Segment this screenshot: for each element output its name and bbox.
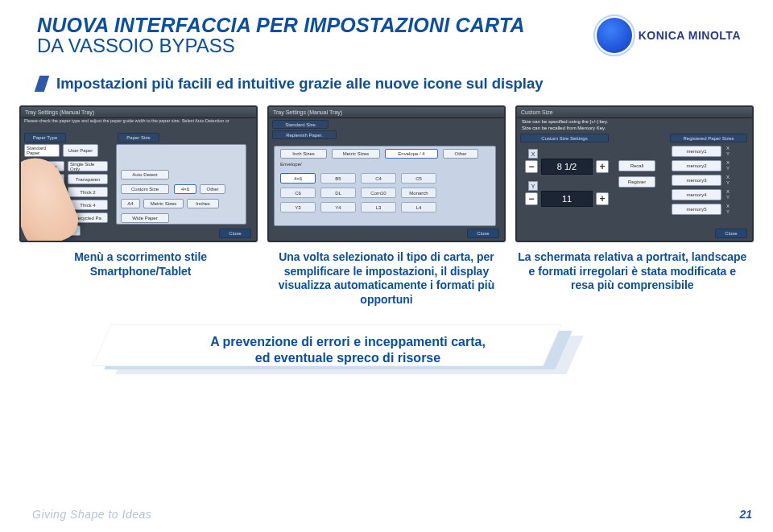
screenshot-size-grid: Tray Settings (Manual Tray) Standard Siz… [267, 105, 506, 242]
mem-xy-5: XY [726, 204, 730, 215]
size-4x6[interactable]: 4×6 [280, 173, 316, 184]
size-b5[interactable]: B5 [320, 173, 356, 184]
btn-auto-detect[interactable]: Auto Detect [121, 170, 169, 179]
btn-a4[interactable]: A4 [121, 199, 140, 208]
memory2[interactable]: memory2 [672, 160, 721, 171]
size-monarch[interactable]: Monarch [401, 188, 436, 198]
btn-wide-paper[interactable]: Wide Paper [121, 213, 169, 223]
btn-4x6[interactable]: 4×6 [174, 184, 196, 194]
callout: A prevenzione di errori e inceppamenti c… [0, 329, 773, 386]
screenshots-row: Tray Settings (Manual Tray) Please check… [0, 101, 773, 242]
tab-paper-type[interactable]: Paper Type [24, 133, 66, 142]
hint1: Size can be specified using the [+/-] ke… [522, 119, 608, 124]
brand-mark-icon [597, 18, 632, 53]
slide-header: NUOVA INTERFACCIA PER IMPOSTAZIONI CARTA… [0, 0, 773, 60]
mem-xy-2: XY [726, 160, 730, 171]
memory3[interactable]: memory3 [672, 175, 721, 186]
size-c4[interactable]: C4 [361, 173, 396, 184]
tab-user-paper[interactable]: User Paper [63, 144, 98, 157]
bullet-icon [35, 76, 49, 92]
caption-3: La schermata relativa a portrait, landsc… [516, 250, 749, 307]
close-button[interactable]: Close [715, 229, 747, 238]
title-line-2: DA VASSOIO BYPASS [37, 35, 525, 56]
tab-inch[interactable]: Inch Sizes [280, 149, 327, 159]
mem-xy-1: XY [726, 146, 730, 157]
memory1[interactable]: memory1 [672, 146, 721, 157]
row-replenish[interactable]: Replenish Paper. [272, 130, 337, 139]
size-l4[interactable]: L4 [401, 202, 436, 212]
footer-tagline: Giving Shape to Ideas [32, 508, 151, 521]
btn-inches[interactable]: Inches [187, 199, 219, 208]
lead-text: Impostazioni più facili ed intuitive gra… [56, 75, 543, 93]
memory4[interactable]: memory4 [672, 189, 721, 200]
title-block: NUOVA INTERFACCIA PER IMPOSTAZIONI CARTA… [37, 14, 525, 56]
caption-1: Menù a scorrimento stile Smartphone/Tabl… [24, 250, 257, 307]
section-registered: Registered Paper Sizes [670, 134, 747, 142]
close-button[interactable]: Close [467, 229, 499, 238]
x-minus-button[interactable]: − [525, 160, 538, 173]
memory5[interactable]: memory5 [672, 204, 721, 215]
x-plus-button[interactable]: + [596, 160, 609, 173]
label-y: Y [528, 181, 538, 191]
close-button[interactable]: Close [219, 229, 251, 238]
size-y4[interactable]: Y4 [320, 202, 356, 212]
tab-envelope[interactable]: Envelope / 4 [385, 149, 438, 159]
window-title: Custom Size [517, 107, 752, 118]
callout-line2: ed eventuale spreco di risorse [255, 350, 440, 366]
callout-text: A prevenzione di errori e inceppamenti c… [138, 329, 557, 371]
title-line-1: NUOVA INTERFACCIA PER IMPOSTAZIONI CARTA [37, 14, 525, 36]
y-minus-button[interactable]: − [525, 192, 538, 205]
btn-transparency[interactable]: Transparen [68, 174, 108, 184]
window-title: Tray Settings (Manual Tray) [21, 107, 256, 118]
tab-standard-paper[interactable]: Standard Paper [24, 144, 60, 157]
screenshot-tray-settings: Tray Settings (Manual Tray) Please check… [19, 105, 258, 242]
size-c5[interactable]: C5 [401, 173, 436, 184]
group-label: Envelope/ [280, 162, 302, 167]
brand-logo: KONICA MINOLTA [597, 14, 741, 56]
screenshot-custom-size: Custom Size Size can be specified using … [515, 105, 754, 242]
hint-text: Please check the paper type and adjust t… [24, 118, 253, 123]
mem-xy-3: XY [726, 175, 730, 186]
tab-paper-size[interactable]: Paper Size [118, 133, 159, 142]
btn-metric[interactable]: Metric Sizes [143, 199, 184, 208]
hint2: Size can be recalled from Memory Key. [522, 126, 606, 130]
size-com10[interactable]: Com10 [361, 188, 396, 198]
btn-single-side[interactable]: Single Side Only [68, 161, 108, 171]
y-plus-button[interactable]: + [596, 192, 609, 205]
tab-metric[interactable]: Metric Sizes [332, 149, 380, 159]
captions-row: Menù a scorrimento stile Smartphone/Tabl… [0, 242, 773, 307]
btn-other[interactable]: Other [200, 184, 225, 194]
y-value: 11 [541, 191, 593, 207]
size-c6[interactable]: C6 [280, 188, 316, 198]
section-custom: Custom Size Settings [520, 134, 609, 142]
register-button[interactable]: Register [618, 176, 655, 188]
window-title: Tray Settings (Manual Tray) [269, 107, 504, 118]
size-l3[interactable]: L3 [361, 202, 396, 212]
btn-thick2[interactable]: Thick 2 [68, 187, 108, 197]
callout-line1: A prevenzione di errori e inceppamenti c… [210, 334, 486, 350]
tab-other[interactable]: Other [443, 149, 478, 159]
size-dl[interactable]: DL [320, 188, 356, 198]
caption-2: Una volta selezionato il tipo di carta, … [270, 250, 502, 307]
row-standard[interactable]: Standard Size [272, 120, 329, 129]
recall-button[interactable]: Recall [618, 160, 655, 171]
lead-row: Impostazioni più facili ed intuitive gra… [37, 75, 773, 93]
mem-xy-4: XY [726, 189, 730, 200]
label-x: X [528, 149, 538, 159]
size-y3[interactable]: Y3 [280, 202, 316, 212]
btn-custom-size[interactable]: Custom Size [121, 184, 169, 194]
brand-name: KONICA MINOLTA [639, 29, 741, 42]
x-value: 8 1/2 [541, 159, 593, 175]
page-number: 21 [739, 508, 752, 521]
